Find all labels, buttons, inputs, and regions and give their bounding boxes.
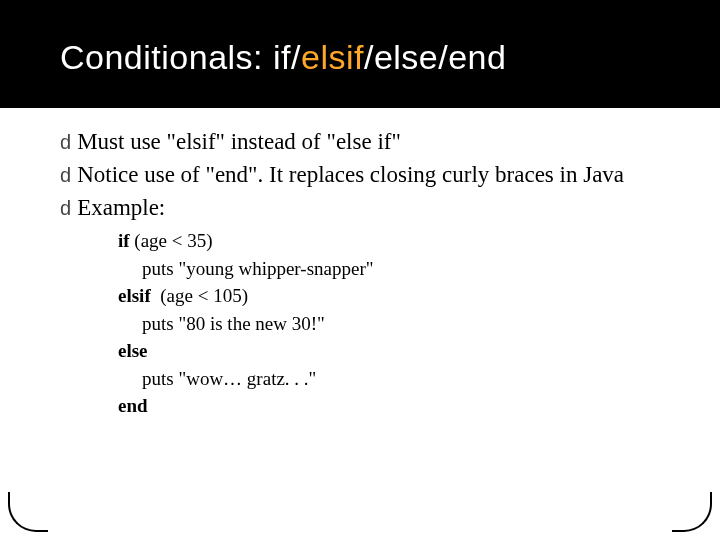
code-block: if (age < 35) puts "young whipper-snappe… bbox=[118, 227, 670, 420]
slide: Conditionals: if/elsif/else/end d Must u… bbox=[0, 0, 720, 540]
code-text: (age < 35) bbox=[130, 230, 213, 251]
code-line: puts "young whipper-snapper" bbox=[118, 255, 670, 283]
code-line: puts "wow… gratz. . ." bbox=[118, 365, 670, 393]
bullet-text: Notice use of "end". It replaces closing… bbox=[77, 159, 670, 190]
code-text: (age < 105) bbox=[151, 285, 248, 306]
slide-title: Conditionals: if/elsif/else/end bbox=[60, 38, 720, 77]
keyword-elsif: elsif bbox=[118, 285, 151, 306]
bullet-item: d Notice use of "end". It replaces closi… bbox=[60, 159, 670, 190]
code-line: elsif (age < 105) bbox=[118, 282, 670, 310]
keyword-else: else bbox=[118, 340, 148, 361]
corner-decoration-icon bbox=[672, 492, 712, 532]
bullet-text: Must use "elsif" instead of "else if" bbox=[77, 126, 670, 157]
title-prefix: Conditionals: if/ bbox=[60, 38, 301, 76]
corner-decoration-icon bbox=[8, 492, 48, 532]
code-text: puts "80 is the new 30!" bbox=[118, 310, 325, 338]
slide-body: d Must use "elsif" instead of "else if" … bbox=[0, 108, 720, 420]
bullet-text: Example: bbox=[77, 192, 670, 223]
title-highlight: elsif bbox=[301, 38, 364, 76]
title-suffix: /else/end bbox=[364, 38, 507, 76]
bullet-icon: d bbox=[60, 192, 77, 222]
code-text: puts "young whipper-snapper" bbox=[118, 255, 373, 283]
bullet-icon: d bbox=[60, 159, 77, 189]
code-line: puts "80 is the new 30!" bbox=[118, 310, 670, 338]
code-line: if (age < 35) bbox=[118, 227, 670, 255]
bullet-item: d Example: bbox=[60, 192, 670, 223]
code-line: end bbox=[118, 392, 670, 420]
code-text: puts "wow… gratz. . ." bbox=[118, 365, 316, 393]
bullet-icon: d bbox=[60, 126, 77, 156]
keyword-end: end bbox=[118, 395, 148, 416]
bullet-item: d Must use "elsif" instead of "else if" bbox=[60, 126, 670, 157]
keyword-if: if bbox=[118, 230, 130, 251]
title-bar: Conditionals: if/elsif/else/end bbox=[0, 0, 720, 108]
code-line: else bbox=[118, 337, 670, 365]
